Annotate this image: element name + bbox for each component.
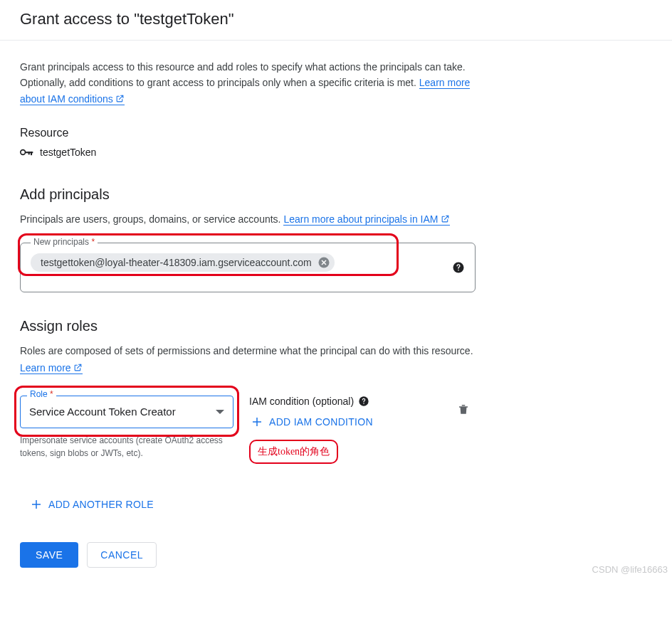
role-select-value: Service Account Token Creator bbox=[29, 406, 176, 418]
plus-icon bbox=[251, 415, 263, 428]
add-iam-condition-label: ADD IAM CONDITION bbox=[269, 416, 373, 428]
principals-link-text: Learn more about principals in IAM bbox=[283, 213, 438, 225]
roles-desc-text: Roles are composed of sets of permission… bbox=[20, 345, 473, 356]
dropdown-arrow-icon bbox=[216, 410, 224, 414]
new-principals-field[interactable]: New principals * testgettoken@loyal-thea… bbox=[20, 243, 476, 292]
resource-heading: Resource bbox=[20, 127, 652, 139]
svg-point-0 bbox=[21, 150, 26, 155]
role-row: Role * Service Account Token Creator Imp… bbox=[20, 396, 476, 464]
dialog-title: Grant access to "testgetToken" bbox=[20, 10, 652, 28]
condition-column: IAM condition (optional) ADD IAM CONDITI… bbox=[249, 396, 374, 464]
add-another-role-label: ADD ANOTHER ROLE bbox=[48, 499, 154, 510]
assign-roles-heading: Assign roles bbox=[20, 318, 652, 334]
condition-label: IAM condition (optional) bbox=[249, 396, 354, 407]
roles-link-text: Learn more bbox=[20, 362, 71, 374]
cancel-button[interactable]: CANCEL bbox=[87, 542, 157, 568]
service-account-icon bbox=[20, 147, 34, 157]
user-annotation: 生成token的角色 bbox=[249, 440, 338, 464]
help-icon[interactable] bbox=[358, 396, 369, 407]
role-select[interactable]: Service Account Token Creator bbox=[20, 396, 233, 428]
roles-desc: Roles are composed of sets of permission… bbox=[20, 343, 490, 377]
external-link-icon bbox=[73, 363, 83, 372]
resource-name: testgetToken bbox=[40, 147, 96, 158]
svg-point-6 bbox=[458, 270, 459, 271]
principal-chip[interactable]: testgettoken@loyal-theater-418309.iam.gs… bbox=[31, 253, 335, 272]
external-link-icon bbox=[441, 214, 450, 223]
add-principals-heading: Add principals bbox=[20, 186, 652, 203]
role-hint: Impersonate service accounts (create OAu… bbox=[20, 434, 226, 460]
intro-text: Grant principals access to this resource… bbox=[20, 59, 476, 107]
add-another-role-button[interactable]: ADD ANOTHER ROLE bbox=[28, 495, 155, 514]
principals-desc-text: Principals are users, groups, domains, o… bbox=[20, 213, 283, 225]
dialog-header: Grant access to "testgetToken" bbox=[0, 0, 672, 41]
plus-icon bbox=[30, 498, 43, 511]
principals-desc: Principals are users, groups, domains, o… bbox=[20, 211, 490, 228]
svg-rect-3 bbox=[28, 152, 30, 154]
intro-body: Grant principals access to this resource… bbox=[20, 61, 466, 88]
resource-row: testgetToken bbox=[20, 147, 652, 158]
save-button[interactable]: SAVE bbox=[20, 542, 78, 568]
role-float-label: Role * bbox=[27, 389, 56, 399]
principals-link[interactable]: Learn more about principals in IAM bbox=[283, 213, 449, 226]
role-select-column: Role * Service Account Token Creator Imp… bbox=[20, 396, 233, 460]
roles-learn-more-link[interactable]: Learn more bbox=[20, 362, 83, 374]
condition-label-row: IAM condition (optional) bbox=[249, 396, 374, 407]
footer-buttons: SAVE CANCEL bbox=[20, 542, 652, 568]
trash-icon[interactable] bbox=[457, 403, 470, 415]
add-iam-condition-button[interactable]: ADD IAM CONDITION bbox=[249, 413, 374, 431]
remove-chip-icon[interactable] bbox=[317, 256, 330, 269]
svg-point-8 bbox=[363, 403, 364, 403]
dialog-content: Grant principals access to this resource… bbox=[0, 41, 672, 579]
new-principals-label: New principals * bbox=[31, 237, 98, 247]
svg-rect-2 bbox=[31, 152, 32, 155]
principal-chip-text: testgettoken@loyal-theater-418309.iam.gs… bbox=[41, 257, 312, 268]
help-icon[interactable] bbox=[452, 261, 465, 274]
delete-role-column bbox=[457, 396, 470, 418]
external-link-icon bbox=[115, 94, 125, 103]
